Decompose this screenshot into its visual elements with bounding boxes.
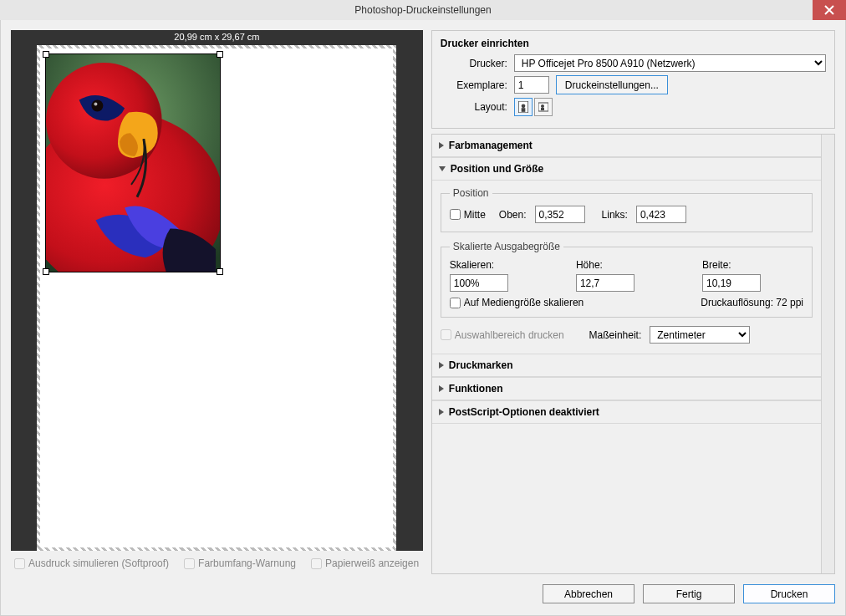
accordion-inner: Farbmanagement Position und Größe Positi…	[432, 135, 821, 573]
preview-image	[46, 54, 220, 272]
gamut-warning-label: Farbumfang-Warnung	[198, 557, 296, 569]
center-input[interactable]	[450, 209, 461, 220]
print-resolution-label: Druckauflösung: 72 ppi	[701, 297, 803, 308]
preview-column: 20,99 cm x 29,67 cm	[11, 30, 423, 574]
print-button[interactable]: Drucken	[743, 584, 835, 603]
section-postscript-label: PostScript-Optionen deaktiviert	[449, 406, 599, 418]
center-checkbox[interactable]: Mitte	[450, 209, 486, 221]
scale-col-labels: Skalieren: Höhe: Breite:	[450, 259, 803, 292]
footer-buttons: Abbrechen Fertig Drucken	[1, 579, 845, 615]
unit-label: Maßeinheit:	[589, 329, 642, 341]
section-position-size-label: Position und Größe	[451, 163, 543, 175]
accordion-container: Farbmanagement Position und Größe Positi…	[431, 134, 835, 574]
chevron-right-icon	[439, 385, 444, 392]
svg-rect-7	[521, 108, 525, 112]
height-input[interactable]	[576, 274, 634, 292]
printer-row: Drucker: HP Officejet Pro 8500 A910 (Net…	[441, 54, 826, 72]
chevron-right-icon	[439, 142, 444, 149]
copies-input[interactable]	[514, 76, 549, 94]
fit-media-input[interactable]	[450, 298, 461, 308]
scale-input[interactable]	[450, 274, 508, 292]
svg-point-6	[521, 104, 525, 109]
dialog-body: 20,99 cm x 29,67 cm	[0, 20, 846, 616]
print-settings-button[interactable]: Druckeinstellungen...	[556, 75, 668, 94]
preview-area: 20,99 cm x 29,67 cm	[11, 30, 423, 551]
cancel-button[interactable]: Abbrechen	[543, 584, 634, 603]
fit-media-label: Auf Mediengröße skalieren	[464, 297, 584, 308]
section-functions-label: Funktionen	[449, 383, 503, 395]
width-input[interactable]	[702, 274, 761, 292]
title-bar: Photoshop-Druckeinstellungen	[0, 0, 846, 20]
close-icon	[824, 5, 834, 15]
softproof-checkbox[interactable]: Ausdruck simulieren (Softproof)	[14, 557, 169, 569]
position-group: Position Mitte Oben: Links:	[441, 187, 813, 232]
preview-options-row: Ausdruck simulieren (Softproof) Farbumfa…	[11, 551, 423, 576]
left-input[interactable]	[636, 206, 686, 223]
image-selection-frame[interactable]	[45, 53, 221, 272]
chevron-right-icon	[439, 362, 444, 369]
scaled-size-group: Skalierte Ausgabegröße Skalieren: Höhe: …	[441, 241, 813, 318]
scale-label: Skalieren:	[450, 259, 551, 271]
paperwhite-checkbox[interactable]: Papierweiß anzeigen	[311, 557, 419, 569]
section-color-management[interactable]: Farbmanagement	[432, 135, 821, 157]
copies-label: Exemplare:	[441, 79, 507, 91]
done-button[interactable]: Fertig	[643, 584, 735, 603]
section-print-marks-label: Druckmarken	[449, 359, 513, 371]
accordion-scrollbar[interactable]	[821, 135, 834, 573]
softproof-label: Ausdruck simulieren (Softproof)	[28, 557, 169, 569]
width-label: Breite:	[702, 259, 803, 271]
printer-setup-panel: Drucker einrichten Drucker: HP Officejet…	[431, 30, 835, 129]
close-button[interactable]	[813, 0, 846, 20]
window-title: Photoshop-Druckeinstellungen	[354, 4, 491, 16]
paper-dimensions-label: 20,99 cm x 29,67 cm	[174, 30, 259, 45]
resize-handle-bl[interactable]	[43, 268, 49, 275]
print-selection-checkbox[interactable]: Auswahlbereich drucken	[441, 329, 564, 341]
chevron-down-icon	[439, 166, 446, 171]
copies-row: Exemplare: Druckeinstellungen...	[441, 75, 826, 94]
paperwhite-input[interactable]	[311, 558, 322, 569]
portrait-icon	[518, 101, 528, 113]
resize-handle-tl[interactable]	[43, 51, 49, 58]
printer-select[interactable]: HP Officejet Pro 8500 A910 (Netzwerk)	[514, 54, 826, 72]
gamut-warning-checkbox[interactable]: Farbumfang-Warnung	[184, 557, 296, 569]
printer-setup-heading: Drucker einrichten	[441, 38, 826, 49]
paper-preview[interactable]	[37, 45, 396, 551]
resize-handle-tr[interactable]	[217, 51, 223, 58]
printer-label: Drucker:	[441, 58, 507, 69]
top-label: Oben:	[499, 209, 527, 221]
svg-point-3	[92, 100, 104, 112]
paperwhite-label: Papierweiß anzeigen	[325, 557, 419, 569]
section-postscript[interactable]: PostScript-Optionen deaktiviert	[432, 400, 821, 424]
left-label: Links:	[602, 209, 628, 221]
section-functions[interactable]: Funktionen	[432, 377, 821, 400]
section-print-marks[interactable]: Druckmarken	[432, 354, 821, 377]
section-color-management-label: Farbmanagement	[449, 140, 533, 151]
layout-buttons	[514, 98, 553, 116]
softproof-input[interactable]	[14, 558, 25, 569]
svg-point-9	[541, 104, 544, 108]
position-row: Mitte Oben: Links:	[450, 206, 803, 223]
chevron-right-icon	[439, 409, 444, 415]
gamut-warning-input[interactable]	[184, 558, 195, 569]
center-label: Mitte	[464, 209, 486, 221]
scaled-size-legend: Skalierte Ausgabegröße	[450, 241, 563, 252]
print-selection-input[interactable]	[441, 329, 451, 340]
orientation-landscape-button[interactable]	[534, 98, 553, 116]
position-legend: Position	[450, 187, 492, 199]
fit-media-checkbox[interactable]: Auf Mediengröße skalieren	[450, 297, 584, 308]
main-row: 20,99 cm x 29,67 cm	[1, 20, 845, 579]
section-position-size-body: Position Mitte Oben: Links:	[432, 181, 821, 354]
orientation-portrait-button[interactable]	[514, 98, 533, 116]
layout-label: Layout:	[441, 101, 507, 113]
svg-point-4	[94, 103, 98, 106]
print-selection-row: Auswahlbereich drucken Maßeinheit: Zenti…	[441, 326, 813, 344]
settings-column: Drucker einrichten Drucker: HP Officejet…	[431, 30, 835, 574]
section-position-size[interactable]: Position und Größe	[432, 157, 821, 181]
height-label: Höhe:	[576, 259, 677, 271]
top-input[interactable]	[535, 206, 585, 223]
landscape-icon	[538, 101, 548, 113]
resize-handle-br[interactable]	[217, 268, 223, 275]
layout-row: Layout:	[441, 98, 826, 116]
fit-media-row: Auf Mediengröße skalieren Druckauflösung…	[450, 297, 803, 308]
unit-select[interactable]: Zentimeter	[650, 326, 750, 344]
